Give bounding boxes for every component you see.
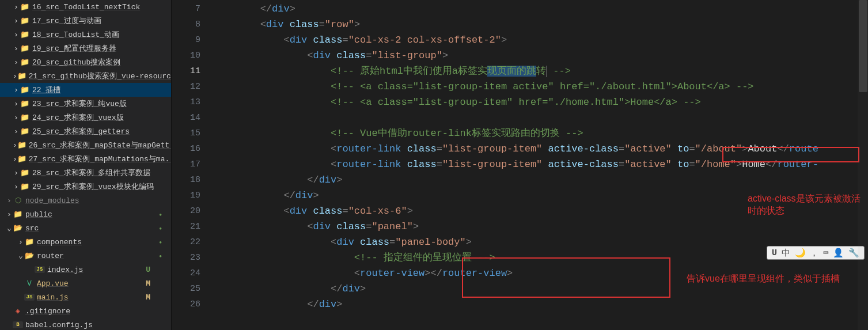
tree-item-27_src_-_mapmutations-ma-[interactable]: ›📁27_src_求和案例_mapMutations与ma... xyxy=(0,152,171,166)
tree-item-label: components xyxy=(37,238,82,246)
tree-item-21_src_github-_vue-resource[interactable]: ›📁21_src_github搜索案例_vue-resource xyxy=(0,69,171,83)
code-line[interactable]: <!-- 原始html中我们使用a标签实现页面的跳转 --> xyxy=(213,63,868,79)
tree-item-label: 16_src_TodoList_nextTick xyxy=(32,3,140,12)
code-editor[interactable]: 7891011121314151617181920212223242526 </… xyxy=(172,0,868,330)
tree-item--gitignore[interactable]: ◈.gitignore xyxy=(0,304,171,318)
chevron-icon: › xyxy=(13,155,17,164)
folder-icon: 📁 xyxy=(20,182,30,191)
code-line[interactable]: <div class="list-group"> xyxy=(213,48,868,63)
ime-toolbar[interactable]: U 中 🌙 ， ⌨ 👤 🔧 xyxy=(767,246,865,260)
git-status-M: M xyxy=(146,293,150,302)
tree-item-router[interactable]: ⌄📂router xyxy=(0,249,171,263)
code-line[interactable]: </div> xyxy=(213,1,868,17)
line-number: 13 xyxy=(172,94,213,110)
tree-item-label: 24_src_求和案例_vuex版 xyxy=(32,112,124,123)
tree-item-22_-[interactable]: ›📁22_插槽 xyxy=(0,83,171,97)
chevron-icon: › xyxy=(13,58,20,67)
line-number: 23 xyxy=(172,250,213,265)
line-number: 20 xyxy=(172,203,213,219)
tree-item-label: main.js xyxy=(37,293,69,302)
folder-open-icon: 📂 xyxy=(13,223,23,233)
line-number: 24 xyxy=(172,265,213,281)
tree-item-babel-config-js[interactable]: Bbabel.config.js xyxy=(0,318,171,330)
tree-item-label: node_modules xyxy=(25,196,79,205)
ime-user-icon[interactable]: 👤 xyxy=(833,248,844,259)
line-number: 7 xyxy=(172,1,213,17)
line-number: 18 xyxy=(172,172,213,188)
js-icon: JS xyxy=(35,266,45,273)
tree-item-26_src_-_mapstate-mapgett-[interactable]: ›📁26_src_求和案例_mapState与mapGett... xyxy=(0,138,171,152)
folder-icon: 📁 xyxy=(20,58,30,67)
tree-item-label: babel.config.js xyxy=(25,321,93,329)
tree-item-25_src_-_getters[interactable]: ›📁25_src_求和案例_getters xyxy=(0,124,171,138)
chevron-icon: › xyxy=(13,100,20,108)
tree-item-29_src_-_vuex-[interactable]: ›📁29_src_求和案例_vuex模块化编码 xyxy=(0,180,171,194)
code-line[interactable]: <!-- <a class="list-group-item active" h… xyxy=(213,79,868,94)
tree-item-main-js[interactable]: JSmain.jsM xyxy=(0,290,171,304)
tree-item-index-js[interactable]: JSindex.jsU xyxy=(0,263,171,276)
tree-item-16_src_todolist_nexttick[interactable]: ›📁16_src_TodoList_nextTick xyxy=(0,0,171,14)
code-line[interactable] xyxy=(213,110,868,126)
code-line[interactable]: </div> xyxy=(213,297,868,312)
nm-icon: ⬡ xyxy=(13,196,23,205)
ime-punct-icon[interactable]: ， xyxy=(810,248,818,259)
tree-item-24_src_-_vuex-[interactable]: ›📁24_src_求和案例_vuex版 xyxy=(0,111,171,124)
file-explorer[interactable]: ›📁16_src_TodoList_nextTick›📁17_src_过度与动画… xyxy=(0,0,172,330)
folder-icon: 📁 xyxy=(17,71,26,81)
tree-item-17_src_-[interactable]: ›📁17_src_过度与动画 xyxy=(0,14,171,28)
tree-item-19_src_-[interactable]: ›📁19_src_配置代理服务器 xyxy=(0,41,171,55)
tree-item-label: .gitignore xyxy=(25,307,70,316)
git-icon: ◈ xyxy=(13,306,23,316)
folder-icon: 📁 xyxy=(24,237,35,246)
folder-icon: 📁 xyxy=(17,141,26,150)
ime-keyboard-icon[interactable]: ⌨ xyxy=(823,248,828,259)
line-number: 26 xyxy=(172,297,213,312)
code-line[interactable]: <!-- <a class="list-group-item" href="./… xyxy=(213,94,868,110)
code-line[interactable]: <div class="col-xs-2 col-xs-offset-2"> xyxy=(213,32,868,48)
tree-item-28_src_-_-[interactable]: ›📁28_src_求和案例_多组件共享数据 xyxy=(0,166,171,180)
tree-item-label: public xyxy=(25,210,52,219)
tree-item-18_src_todolist_-[interactable]: ›📁18_src_TodoList_动画 xyxy=(0,28,171,41)
chevron-icon: ⌄ xyxy=(6,223,13,233)
line-number: 15 xyxy=(172,126,213,141)
tree-item-node_modules[interactable]: ›⬡node_modules xyxy=(0,194,171,207)
tree-item-label: index.js xyxy=(47,265,83,274)
code-line[interactable]: <router-link class="list-group-item" act… xyxy=(213,157,868,172)
ime-moon-icon[interactable]: 🌙 xyxy=(795,248,806,259)
chevron-icon: › xyxy=(6,210,13,219)
tree-item-23_src_-_-vue-[interactable]: ›📁23_src_求和案例_纯vue版 xyxy=(0,97,171,111)
tree-item-public[interactable]: ›📁public xyxy=(0,207,171,221)
line-number: 17 xyxy=(172,157,213,172)
chevron-icon: › xyxy=(13,17,20,25)
tree-item-label: 27_src_求和案例_mapMutations与ma... xyxy=(29,154,171,164)
code-line[interactable]: </div> xyxy=(213,172,868,188)
line-number: 12 xyxy=(172,79,213,94)
code-line[interactable]: <div class="row"> xyxy=(213,17,868,32)
chevron-icon: › xyxy=(13,141,17,150)
tree-item-label: App.vue xyxy=(37,279,69,288)
babel-icon: B xyxy=(13,321,23,328)
ime-lang-icon[interactable]: 中 xyxy=(782,248,790,259)
annotation-text-routerview: 告诉vue在哪里呈现组件，类似于插槽 xyxy=(687,273,840,285)
tree-item-label: 17_src_过度与动画 xyxy=(32,16,101,26)
tree-item-app-vue[interactable]: VApp.vueM xyxy=(0,276,171,290)
chevron-icon: › xyxy=(13,72,17,81)
annotation-text-activeclass: active-class是该元素被激活时的状态 xyxy=(748,193,868,217)
line-number: 19 xyxy=(172,188,213,203)
tree-item-components[interactable]: ›📁components xyxy=(0,235,171,249)
line-number: 14 xyxy=(172,110,213,126)
folder-icon: 📁 xyxy=(20,2,30,12)
chevron-icon: › xyxy=(13,169,20,177)
editor-scrollbar[interactable] xyxy=(858,0,868,330)
code-line[interactable]: <router-link class="list-group-item" act… xyxy=(213,141,868,157)
tree-item-src[interactable]: ⌄📂src xyxy=(0,221,171,235)
code-line[interactable]: <div class="panel"> xyxy=(213,219,868,234)
tree-item-20_src_github-[interactable]: ›📁20_src_github搜索案例 xyxy=(0,55,171,69)
chevron-icon: › xyxy=(13,86,20,94)
folder-icon: 📁 xyxy=(20,44,30,53)
folder-icon: 📁 xyxy=(17,154,26,164)
chevron-icon: ⌄ xyxy=(17,251,24,260)
ime-u-icon[interactable]: U xyxy=(772,248,777,258)
line-number-gutter: 7891011121314151617181920212223242526 xyxy=(172,0,213,330)
code-line[interactable]: <!-- Vue中借助router-link标签实现路由的切换 --> xyxy=(213,126,868,141)
